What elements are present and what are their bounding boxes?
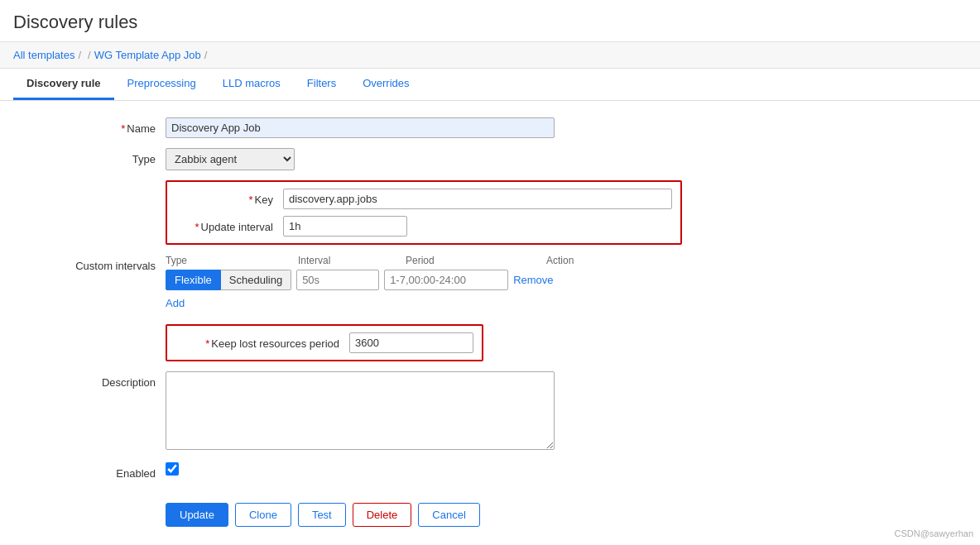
ci-header-type: Type <box>166 255 298 266</box>
name-field <box>166 117 745 138</box>
form-container: *Name Type Zabbix agent Zabbix agent (ac… <box>0 101 745 545</box>
tab-discovery-rule[interactable]: Discovery rule <box>13 69 114 100</box>
tab-filters[interactable]: Filters <box>294 69 349 100</box>
action-buttons: Update Clone Test Delete Cancel <box>0 490 745 540</box>
key-label: *Key <box>175 189 283 206</box>
breadcrumb-sep-1: / <box>78 49 81 61</box>
klr-label: *Keep lost resources period <box>175 332 349 350</box>
tab-preprocessing[interactable]: Preprocessing <box>114 69 209 100</box>
add-ci-link[interactable]: Add <box>166 297 185 309</box>
breadcrumb-discovery-list[interactable]: WG Template App Job <box>94 49 201 61</box>
custom-intervals-field: Type Interval Period Action Flexible Sch… <box>166 255 745 314</box>
delete-button[interactable]: Delete <box>353 503 412 527</box>
type-field: Zabbix agent Zabbix agent (active) Simpl… <box>166 148 745 170</box>
ci-flexible-btn[interactable]: Flexible <box>166 270 221 290</box>
enabled-row: Enabled <box>0 462 745 480</box>
clone-button[interactable]: Clone <box>235 503 291 527</box>
type-label: Type <box>0 148 166 165</box>
add-ci-container: Add <box>166 294 745 309</box>
breadcrumb: All templates / / WG Template App Job / <box>0 42 980 69</box>
breadcrumb-sep-3: / <box>204 49 208 61</box>
tab-lld-macros[interactable]: LLD macros <box>209 69 294 100</box>
name-input[interactable] <box>166 117 555 138</box>
enabled-label: Enabled <box>0 462 166 480</box>
klr-input[interactable] <box>349 332 473 353</box>
breadcrumb-sep-2: / <box>88 49 91 61</box>
ci-remove-link[interactable]: Remove <box>513 274 553 286</box>
klr-highlight: *Keep lost resources period <box>166 324 483 361</box>
name-row: *Name <box>0 117 745 138</box>
ci-interval-input[interactable] <box>296 270 379 290</box>
page-title: Discovery rules <box>13 12 967 33</box>
watermark: CSDN@sawyerhan <box>894 528 973 538</box>
test-button[interactable]: Test <box>298 503 346 527</box>
ci-header-action: Action <box>546 255 612 266</box>
key-update-row: *Key *Update interval <box>0 180 745 245</box>
ci-type-toggle: Flexible Scheduling <box>166 270 291 290</box>
custom-intervals-label: Custom intervals <box>0 255 166 272</box>
ci-period-input[interactable] <box>384 270 508 290</box>
tab-overrides[interactable]: Overrides <box>349 69 422 100</box>
key-inner-row: *Key <box>175 189 672 209</box>
update-interval-inner-row: *Update interval <box>175 216 672 237</box>
ci-scheduling-btn[interactable]: Scheduling <box>221 270 291 290</box>
cancel-button[interactable]: Cancel <box>418 503 479 527</box>
enabled-checkbox[interactable] <box>166 462 179 476</box>
update-interval-label: *Update interval <box>175 216 283 233</box>
name-label: *Name <box>0 117 166 135</box>
key-input[interactable] <box>283 189 672 209</box>
type-row: Type Zabbix agent Zabbix agent (active) … <box>0 148 745 170</box>
tabs-bar: Discovery rule Preprocessing LLD macros … <box>0 69 980 101</box>
custom-intervals-section: Type Interval Period Action Flexible Sch… <box>166 255 745 309</box>
page-header: Discovery rules <box>0 0 980 42</box>
klr-row: *Keep lost resources period <box>0 324 745 361</box>
update-button[interactable]: Update <box>166 503 228 527</box>
ci-row: Flexible Scheduling Remove <box>166 270 745 290</box>
custom-intervals-row: Custom intervals Type Interval Period Ac… <box>0 255 745 314</box>
description-label: Description <box>0 371 166 389</box>
description-textarea[interactable] <box>166 371 555 450</box>
type-select[interactable]: Zabbix agent Zabbix agent (active) Simpl… <box>166 148 295 170</box>
update-interval-input[interactable] <box>283 216 407 237</box>
description-row: Description <box>0 371 745 452</box>
ci-header-period: Period <box>406 255 546 266</box>
ci-header-interval: Interval <box>298 255 406 266</box>
breadcrumb-all-templates[interactable]: All templates <box>13 49 74 61</box>
ci-headers: Type Interval Period Action <box>166 255 745 266</box>
key-update-highlight: *Key *Update interval <box>166 180 682 245</box>
